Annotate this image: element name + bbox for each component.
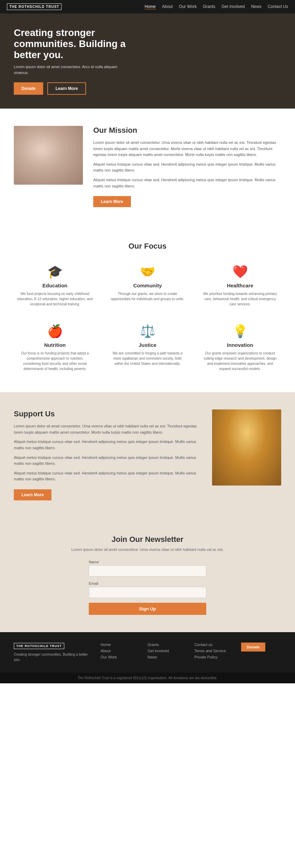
focus-nutrition-desc: Our focus is on funding projects that ad…	[17, 351, 93, 371]
footer-home-link[interactable]: Home	[101, 643, 141, 647]
name-label: Name	[89, 560, 206, 564]
focus-item-healthcare: ❤️ Healthcare We prioritize funding towa…	[199, 261, 281, 310]
footer-legal: The Rothschild Trust is a registered 501…	[14, 676, 281, 680]
nav-about[interactable]: About	[162, 4, 173, 9]
hero-learn-button[interactable]: Learn More	[47, 82, 86, 95]
focus-education-desc: We fund projects focusing on early child…	[17, 291, 93, 307]
support-content: Support Us Lorem ipsum dolor sit amet co…	[14, 409, 202, 500]
nav-get-involved[interactable]: Get Involved	[221, 4, 245, 9]
focus-item-community: 🤝 Community Through our grants, we striv…	[106, 261, 189, 310]
mission-para3: Aliquet metus tristique cursus vitae sed…	[93, 177, 281, 189]
focus-justice-desc: We are committed to forging a path towar…	[110, 351, 185, 366]
nav-grants[interactable]: Grants	[203, 4, 215, 9]
footer-bottom: The Rothschild Trust is a registered 501…	[0, 673, 295, 683]
education-icon: 🎓	[17, 265, 93, 279]
focus-grid: 🎓 Education We fund projects focusing on…	[14, 261, 281, 375]
email-input[interactable]	[89, 587, 206, 598]
nav-logo: THE ROTHSCHILD TRUST	[7, 3, 61, 10]
footer-terms-link[interactable]: Terms and Service	[194, 649, 235, 653]
footer-col-3: Contact us Terms and Service Private Pol…	[194, 643, 235, 662]
community-icon: 🤝	[110, 265, 185, 279]
support-para4: Aliquet metus tristique cursus vitae sed…	[14, 470, 202, 482]
support-para1: Lorem ipsum dolor sit amet consectetur. …	[14, 423, 202, 435]
footer-grants-link[interactable]: Grants	[148, 643, 188, 647]
hero-heading: Creating stronger communities. Building …	[14, 27, 131, 61]
support-heading: Support Us	[14, 409, 202, 418]
footer-col-2: Grants Get Involved News	[148, 643, 188, 662]
nav-news[interactable]: News	[251, 4, 261, 9]
focus-heading: Our Focus	[14, 242, 281, 251]
focus-healthcare-title: Healthcare	[202, 283, 278, 288]
email-field-group: Email	[89, 581, 206, 598]
footer-work-link[interactable]: Our Work	[101, 655, 141, 659]
mission-content: Our Mission Lorem ipsum dolor sit amet c…	[93, 126, 281, 207]
footer-col-4: Donate	[241, 643, 281, 662]
support-para2: Aliquet metus tristique cursus vitae sed…	[14, 439, 202, 451]
support-learn-button[interactable]: Learn More	[14, 489, 51, 500]
hero-donate-button[interactable]: Donate	[14, 82, 43, 95]
footer-logo: THE ROTHSCHILD TRUST	[14, 643, 64, 649]
mission-learn-button[interactable]: Learn More	[93, 196, 131, 207]
footer-news-link[interactable]: News	[148, 655, 188, 659]
hero-buttons: Donate Learn More	[14, 82, 281, 95]
focus-item-nutrition: 🍎 Nutrition Our focus is on funding proj…	[14, 321, 96, 375]
navbar: THE ROTHSCHILD TRUST Home About Our Work…	[0, 0, 295, 13]
nav-links: Home About Our Work Grants Get Involved …	[145, 4, 288, 9]
mission-para2: Aliquet metus tristique cursus vitae sed…	[93, 161, 281, 174]
support-section: Support Us Lorem ipsum dolor sit amet co…	[0, 392, 295, 518]
hero-section: Creating stronger communities. Building …	[0, 13, 295, 109]
support-image	[212, 409, 281, 486]
mission-image-inner	[14, 126, 83, 185]
footer-privacy-link[interactable]: Private Policy	[194, 655, 235, 659]
mission-heading: Our Mission	[93, 126, 281, 135]
nutrition-icon: 🍎	[17, 324, 93, 339]
newsletter-section: Join Our Newsletter Lorem ipsum dolor si…	[0, 518, 295, 632]
footer-contact-link[interactable]: Contact us	[194, 643, 235, 647]
signup-button[interactable]: Sign Up	[89, 603, 206, 615]
name-input[interactable]	[89, 565, 206, 576]
focus-healthcare-desc: We prioritize funding towards enhancing …	[202, 291, 278, 307]
focus-item-education: 🎓 Education We fund projects focusing on…	[14, 261, 96, 310]
healthcare-icon: ❤️	[202, 265, 278, 279]
focus-community-desc: Through our grants, we strive to create …	[110, 291, 185, 302]
newsletter-subtext: Lorem ipsum dolor sit amet consectetur. …	[14, 547, 281, 552]
focus-innovation-desc: Our grants empower organizations to cond…	[202, 351, 278, 371]
footer-grid: THE ROTHSCHILD TRUST Creating stronger c…	[14, 643, 281, 662]
footer-getinvolved-link[interactable]: Get Involved	[148, 649, 188, 653]
footer-brand: THE ROTHSCHILD TRUST Creating stronger c…	[14, 643, 94, 662]
focus-nutrition-title: Nutrition	[17, 342, 93, 348]
email-label: Email	[89, 581, 206, 585]
mission-section: Our Mission Lorem ipsum dolor sit amet c…	[0, 109, 295, 224]
nav-home[interactable]: Home	[145, 4, 156, 9]
support-para3: Aliquet metus tristique cursus vitae sed…	[14, 455, 202, 467]
footer-col-1: Home About Our Work	[101, 643, 141, 662]
justice-icon: ⚖️	[110, 324, 185, 339]
innovation-icon: 💡	[202, 324, 278, 339]
focus-item-innovation: 💡 Innovation Our grants empower organiza…	[199, 321, 281, 375]
focus-item-justice: ⚖️ Justice We are committed to forging a…	[106, 321, 189, 375]
nav-work[interactable]: Our Work	[179, 4, 197, 9]
name-field-group: Name	[89, 560, 206, 576]
focus-community-title: Community	[110, 283, 185, 288]
hero-subtext: Lorem ipsum dolor sit amet consectetur. …	[14, 64, 117, 75]
footer: THE ROTHSCHILD TRUST Creating stronger c…	[0, 632, 295, 673]
nav-contact[interactable]: Contact Us	[268, 4, 288, 9]
newsletter-heading: Join Our Newsletter	[14, 535, 281, 544]
footer-tagline: Creating stronger communities. Building …	[14, 652, 94, 662]
newsletter-form: Name Email Sign Up	[89, 560, 206, 615]
mission-image	[14, 126, 83, 185]
mission-para1: Lorem ipsum dolor sit amet consectetur. …	[93, 140, 281, 158]
footer-donate-button[interactable]: Donate	[241, 643, 265, 652]
focus-education-title: Education	[17, 283, 93, 288]
focus-justice-title: Justice	[110, 342, 185, 348]
focus-innovation-title: Innovation	[202, 342, 278, 348]
footer-about-link[interactable]: About	[101, 649, 141, 653]
focus-section: Our Focus 🎓 Education We fund projects f…	[0, 224, 295, 392]
